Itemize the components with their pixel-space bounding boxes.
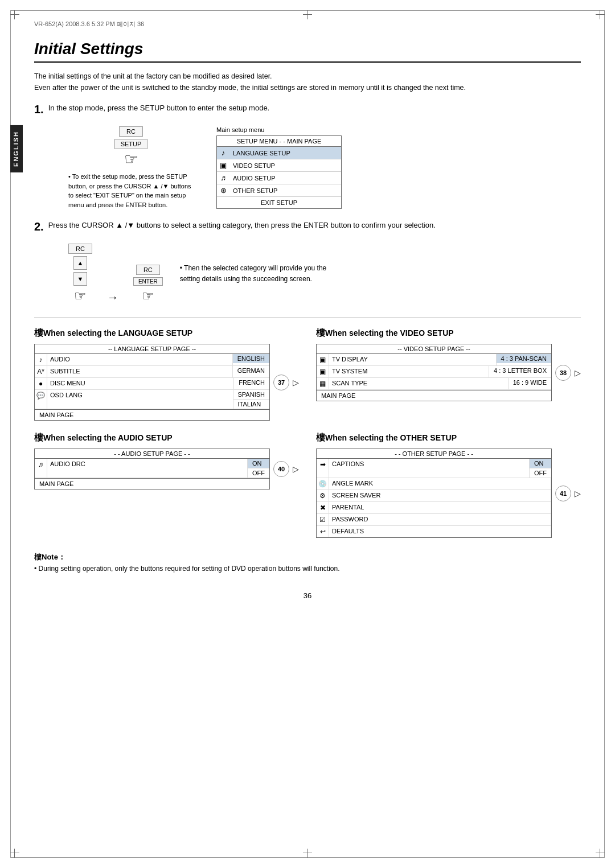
other-password-icon: ☑ (317, 514, 329, 525)
other-captions-icon: ➡ (317, 459, 329, 478)
video-row-tvsystem: ▣ TV SYSTEM 4 : 3 LETTER BOX (317, 366, 551, 378)
lang-osd-opt-spanish: SPANISH (233, 390, 269, 400)
english-tab: ENGLISH (10, 125, 23, 172)
language-icon: ♪ (217, 147, 229, 159)
lang-osd-opt-italian: ITALIAN (233, 400, 269, 409)
lang-osd-icon: 💬 (35, 390, 47, 409)
section-divider (34, 318, 581, 318)
connector-arrow: → (104, 291, 122, 304)
setup-menu-area: Main setup menu SETUP MENU - - MAIN PAGE… (216, 126, 342, 209)
rc-label-2: RC (68, 244, 92, 254)
video-tvdisplay-label: TV DISPLAY (329, 354, 497, 365)
lang-menu-footer: MAIN PAGE (35, 409, 269, 420)
other-anglemark-icon: 💿 (317, 478, 329, 489)
lang-title-char: 樓 (34, 328, 43, 338)
other-menu-box: - - OTHER SETUP PAGE - - ➡ CAPTIONS ON O… (316, 449, 552, 538)
other-row-anglemark: 💿 ANGLE MARK (317, 478, 551, 490)
step2-text: Press the CURSOR ▲ /▼ buttons to select … (48, 220, 581, 232)
lang-audio-icon: ♪ (35, 354, 47, 365)
audio-label: AUDIO SETUP (229, 173, 341, 183)
lang-discmenu-options: FRENCH (234, 378, 269, 389)
audio-panel-title: 樓When selecting the AUDIO SETUP (34, 432, 299, 444)
audio-drc-opt-on: ON (248, 459, 269, 468)
video-page-arrow: ▷ (575, 368, 581, 377)
video-menu-box: -- VIDEO SETUP PAGE -- ▣ TV DISPLAY 4 : … (316, 344, 552, 401)
audio-drc-icon: ♬ (35, 459, 47, 478)
page-title: Initial Settings (34, 40, 581, 63)
rc-label-3: RC (136, 265, 160, 275)
other-page-circle: 41 (555, 486, 571, 501)
enter-label: ENTER (133, 277, 163, 286)
lang-audio-opt-english: ENGLISH (233, 354, 269, 363)
other-captions-opt-off: OFF (530, 468, 551, 478)
video-scantype-opt1: 16 : 9 WIDE (509, 378, 551, 387)
other-label: OTHER SETUP (229, 186, 341, 196)
step1-number: 1. (34, 102, 44, 116)
step1-text: In the stop mode, press the SETUP button… (48, 102, 581, 114)
language-menu-box: -- LANGUAGE SETUP PAGE -- ♪ AUDIO ENGLIS… (34, 344, 270, 421)
hand-icon: ☞ (124, 151, 138, 167)
audio-page-arrow: ▷ (293, 464, 299, 474)
remote-col-1: RC ▲ ▼ ☞ (68, 244, 92, 304)
other-screensaver-icon: ⚙ (317, 490, 329, 501)
video-tvdisplay-opt1: 4 : 3 PAN-SCAN (497, 354, 552, 363)
menu-row-video: ▣ VIDEO SETUP (217, 159, 341, 172)
step2-note: • Then the selected category will provid… (180, 263, 328, 285)
menu-row-other: ⊛ OTHER SETUP (217, 184, 341, 197)
language-label: LANGUAGE SETUP (229, 148, 341, 158)
video-tvsystem-opt1: 4 : 3 LETTER BOX (489, 366, 551, 375)
crosshair-bottom-right (596, 849, 605, 858)
video-scantype-options: 16 : 9 WIDE (509, 378, 551, 389)
lang-page-num-area: 37 ▷ (273, 375, 299, 390)
other-captions-opt-on: ON (530, 459, 551, 468)
other-panel-title: 樓When selecting the OTHER SETUP (316, 432, 581, 444)
video-panel-with-arrow: -- VIDEO SETUP PAGE -- ▣ TV DISPLAY 4 : … (316, 344, 581, 401)
audio-row-drc: ♬ AUDIO DRC ON OFF (35, 459, 269, 478)
step2-remotes: RC ▲ ▼ ☞ → RC ENTER ☞ (68, 244, 163, 304)
remote-col-2: RC ENTER ☞ (133, 265, 163, 304)
lang-osd-options: SPANISH ITALIAN (233, 390, 269, 409)
video-panel: 樓When selecting the VIDEO SETUP -- VIDEO… (316, 327, 581, 421)
top-panels: 樓When selecting the LANGUAGE SETUP -- LA… (34, 327, 581, 421)
other-menu-title: - - OTHER SETUP PAGE - - (317, 449, 551, 459)
video-row-tvdisplay: ▣ TV DISPLAY 4 : 3 PAN-SCAN (317, 354, 551, 366)
menu-row-audio: ♬ AUDIO SETUP (217, 172, 341, 184)
other-title-char: 樓 (316, 433, 325, 442)
lang-osd-label: OSD LANG (47, 390, 233, 409)
lang-row-osdlang: 💬 OSD LANG SPANISH ITALIAN (35, 390, 269, 409)
other-panel: 樓When selecting the OTHER SETUP - - OTHE… (316, 432, 581, 538)
menu-area-label: Main setup menu (216, 126, 264, 133)
audio-drc-label: AUDIO DRC (47, 459, 248, 478)
note-section: 樓Note： • During setting operation, only … (34, 552, 581, 574)
video-panel-title: 樓When selecting the VIDEO SETUP (316, 327, 581, 339)
remote-note: • To exit the setup mode, press the SETU… (68, 172, 194, 209)
other-row-parental: ✖ PARENTAL (317, 502, 551, 514)
audio-page-num-area: 40 ▷ (273, 461, 299, 477)
audio-menu-footer: MAIN PAGE (35, 478, 269, 489)
lang-discmenu-label: DISC MENU (47, 378, 234, 389)
audio-title-text: When selecting the AUDIO SETUP (43, 433, 173, 442)
video-menu-title: -- VIDEO SETUP PAGE -- (317, 344, 551, 354)
other-anglemark-label: ANGLE MARK (329, 478, 551, 489)
audio-page-circle: 40 (273, 461, 289, 477)
audio-drc-options: ON OFF (248, 459, 269, 478)
other-row-screensaver: ⚙ SCREEN SAVER (317, 490, 551, 502)
step2-content: RC ▲ ▼ ☞ → RC ENTER ☞ • Then the selecte… (68, 244, 581, 304)
other-defaults-icon: ↩ (317, 526, 329, 537)
audio-drc-opt-off: OFF (248, 468, 269, 478)
other-captions-options: ON OFF (530, 459, 551, 478)
lang-subtitle-opt-german: GERMAN (233, 366, 269, 375)
other-icon: ⊛ (217, 184, 229, 196)
video-tvsystem-icon: ▣ (317, 366, 329, 377)
bottom-panels: 樓When selecting the AUDIO SETUP - - AUDI… (34, 432, 581, 538)
lang-subtitle-label: SUBTITLE (47, 366, 233, 377)
other-password-label: PASSWORD (329, 514, 551, 525)
menu-title: SETUP MENU - - MAIN PAGE (217, 136, 341, 147)
other-defaults-label: DEFAULTS (329, 526, 551, 537)
other-page-arrow: ▷ (575, 489, 581, 498)
remote-illustration: RC SETUP ☞ • To exit the setup mode, pre… (68, 126, 194, 209)
crosshair-top-mid (303, 10, 312, 19)
exit-setup: EXIT SETUP (217, 197, 341, 208)
other-title-text: When selecting the OTHER SETUP (325, 433, 457, 442)
video-icon: ▣ (217, 159, 229, 171)
